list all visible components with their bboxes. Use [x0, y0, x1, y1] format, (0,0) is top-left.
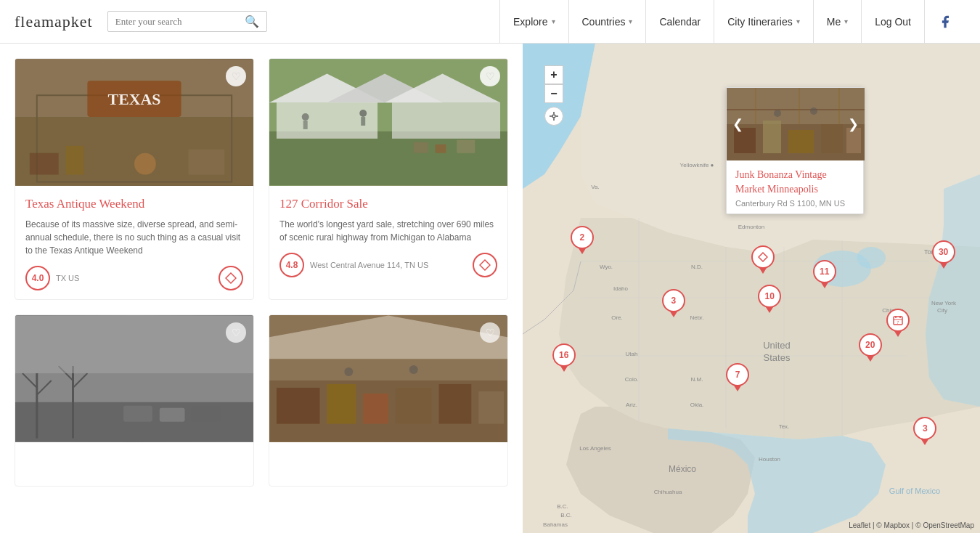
nav-countries[interactable]: Countries ▾: [569, 0, 647, 44]
svg-text:Ariz.: Ariz.: [626, 402, 637, 408]
card-location: TX US: [56, 274, 79, 282]
svg-text:States: States: [764, 352, 791, 363]
card-image-wrapper: ♡: [269, 315, 507, 442]
svg-rect-16: [392, 102, 500, 139]
svg-point-17: [302, 113, 309, 121]
card-image-wrapper: ♡: [15, 315, 253, 442]
popup-prev-button[interactable]: ❮: [732, 116, 743, 132]
svg-marker-107: [759, 253, 767, 261]
svg-rect-39: [277, 388, 320, 424]
svg-text:Los Angeles: Los Angeles: [579, 445, 611, 452]
diamond-icon[interactable]: [219, 266, 243, 290]
card-description: The world's longest yard sale, stretchin…: [279, 218, 497, 244]
rating-badge: 4.8: [279, 253, 304, 277]
svg-text:Utah: Utah: [626, 351, 638, 357]
svg-text:Va.: Va.: [591, 184, 599, 190]
svg-text:United: United: [763, 340, 791, 351]
left-panel: TEXAS ♡ Texas Antique Weekend Because of…: [0, 44, 523, 533]
map-attribution: Leaflet | © Mapbox | © OpenStreetMap: [849, 521, 974, 529]
map-pin-10[interactable]: 10: [758, 285, 781, 313]
search-wrapper: 🔍: [107, 11, 267, 32]
map-pin-20[interactable]: 20: [859, 333, 882, 362]
heart-icon[interactable]: ♡: [480, 66, 500, 86]
svg-text:Houston: Houston: [759, 456, 780, 463]
nav-explore[interactable]: Explore ▾: [499, 0, 568, 44]
svg-text:Nebr.: Nebr.: [690, 314, 703, 321]
map-panel[interactable]: Canada United States México Gulf of Mexi…: [523, 44, 980, 533]
map-pin-30[interactable]: 30: [932, 240, 955, 269]
map-pin-7[interactable]: 7: [726, 363, 749, 391]
nav-calendar[interactable]: Calendar: [646, 0, 714, 44]
svg-rect-43: [439, 384, 472, 424]
map-pin-calendar[interactable]: 7: [886, 309, 910, 337]
svg-rect-40: [327, 384, 356, 424]
svg-text:Gulf of Mexico: Gulf of Mexico: [889, 487, 940, 495]
card-3[interactable]: ♡: [15, 314, 254, 487]
svg-rect-21: [414, 142, 428, 153]
heart-icon[interactable]: ♡: [226, 322, 246, 343]
svg-text:Yellowknife ●: Yellowknife ●: [680, 162, 714, 168]
svg-rect-44: [478, 391, 504, 424]
card-rating: 4.8 West Central Avenue 114, TN US: [279, 253, 428, 277]
heart-icon[interactable]: ♡: [480, 322, 500, 343]
search-button[interactable]: 🔍: [245, 15, 259, 28]
map-pin-diamond[interactable]: [751, 245, 775, 274]
map-controls: + −: [544, 65, 563, 126]
main-content: TEXAS ♡ Texas Antique Weekend Because of…: [0, 44, 980, 533]
svg-point-46: [344, 367, 353, 376]
zoom-out-button[interactable]: −: [544, 84, 563, 103]
svg-rect-6: [66, 146, 84, 175]
locate-button[interactable]: [544, 107, 563, 126]
svg-rect-8: [189, 150, 225, 175]
svg-text:Bahamas: Bahamas: [543, 521, 568, 528]
svg-point-89: [552, 115, 555, 118]
map-pin-3-mid[interactable]: 3: [662, 289, 685, 317]
card-4[interactable]: ♡: [269, 314, 508, 487]
card-texas-antique-weekend[interactable]: TEXAS ♡ Texas Antique Weekend Because of…: [15, 58, 254, 300]
card-body: [15, 442, 253, 486]
popup-address: Canterbury Rd S 1100, MN US: [735, 199, 854, 208]
card-image-wrapper: TEXAS ♡: [15, 59, 253, 186]
heart-icon[interactable]: ♡: [226, 66, 246, 86]
svg-rect-35: [192, 406, 221, 422]
nav-me[interactable]: Me ▾: [814, 0, 862, 44]
map-pin-2[interactable]: 2: [571, 226, 594, 254]
card-body: Texas Antique Weekend Because of its mas…: [15, 186, 253, 299]
svg-text:Idaho: Idaho: [613, 285, 629, 292]
card-footer: 4.0 TX US: [25, 266, 243, 290]
chevron-down-icon: ▾: [844, 17, 848, 25]
svg-rect-23: [457, 140, 475, 153]
card-footer: 4.8 West Central Avenue 114, TN US: [279, 253, 497, 277]
search-input[interactable]: [115, 16, 245, 28]
popup-body: Junk Bonanza Vintage Market Minneapolis …: [727, 160, 863, 213]
svg-rect-5: [30, 153, 59, 175]
svg-text:N.D.: N.D.: [691, 264, 703, 270]
svg-rect-36: [15, 316, 253, 374]
diamond-icon[interactable]: [473, 253, 497, 277]
svg-point-7: [134, 153, 156, 175]
popup-next-button[interactable]: ❯: [848, 116, 859, 132]
zoom-in-button[interactable]: +: [544, 65, 563, 84]
nav-city-itineraries[interactable]: City Itineraries ▾: [714, 0, 813, 44]
map-pin-3-bottom[interactable]: 3: [913, 417, 936, 445]
cards-grid: TEXAS ♡ Texas Antique Weekend Because of…: [15, 58, 508, 487]
svg-rect-42: [396, 388, 432, 424]
logo[interactable]: fleamapket: [15, 12, 93, 31]
svg-point-106: [810, 107, 817, 115]
nav-logout[interactable]: Log Out: [862, 0, 925, 44]
svg-text:B.C.: B.C.: [560, 512, 572, 518]
card-127-corridor-sale[interactable]: ♡ 127 Corridor Sale The world's longest …: [269, 58, 508, 300]
svg-rect-22: [436, 145, 446, 153]
facebook-icon[interactable]: [925, 0, 965, 44]
popup-image: ❮ ❯: [727, 88, 865, 160]
map-pin-16[interactable]: 16: [552, 343, 576, 372]
card-body: [269, 442, 507, 486]
popup-title: Junk Bonanza Vintage Market Minneapolis: [735, 168, 854, 196]
svg-point-19: [359, 110, 367, 117]
card-image-wrapper: ♡: [269, 59, 507, 186]
svg-text:N.M.: N.M.: [691, 376, 703, 383]
svg-text:Edmonton: Edmonton: [738, 224, 764, 230]
map-pin-11[interactable]: 11: [813, 260, 836, 288]
svg-rect-99: [821, 124, 843, 153]
svg-point-50: [857, 247, 886, 269]
